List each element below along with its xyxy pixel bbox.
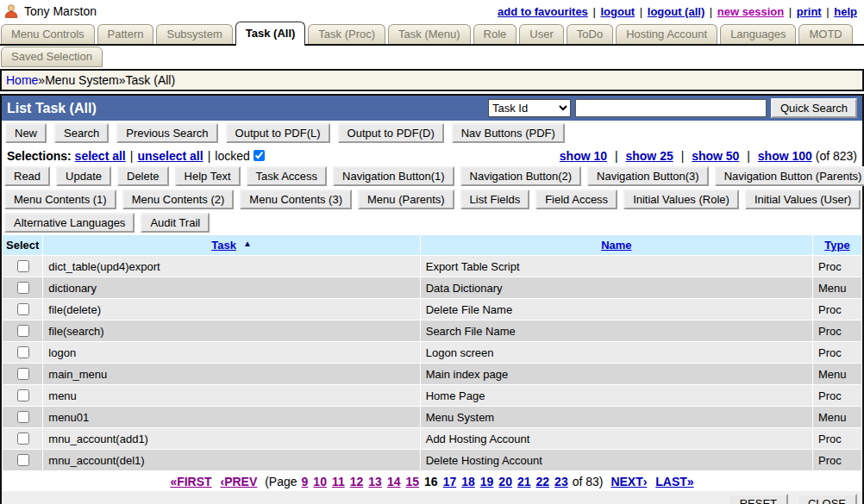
quick-search-input[interactable] (575, 99, 767, 117)
row-select-checkbox[interactable] (17, 432, 29, 445)
row-select-checkbox[interactable] (17, 346, 29, 358)
task-sort-link[interactable]: Task (211, 239, 236, 252)
page-link-10[interactable]: 10 (313, 475, 327, 488)
type-cell: Proc (813, 256, 861, 277)
row-select-checkbox[interactable] (17, 282, 29, 294)
initial-values-role-button[interactable]: Initial Values (Role) (623, 190, 739, 209)
name-cell: Data Dictionary (421, 277, 812, 298)
show-25-link[interactable]: show 25 (625, 149, 673, 163)
tab-todo[interactable]: ToDo (567, 24, 613, 44)
previous-search-button[interactable]: Previous Search (116, 123, 217, 143)
pagination-suffix: of 83) (573, 475, 604, 488)
navigation-button-parents-button[interactable]: Navigation Button (Parents) (715, 166, 864, 186)
delete-button[interactable]: Delete (117, 166, 169, 186)
initial-values-user-button[interactable]: Initial Values (User) (745, 190, 861, 209)
nav-buttons-pdf-button[interactable]: Nav Buttons (PDF) (452, 123, 565, 143)
page-link-22[interactable]: 22 (536, 475, 550, 488)
tab-user[interactable]: User (519, 24, 563, 44)
help-text-button[interactable]: Help Text (175, 166, 241, 186)
page-link-18[interactable]: 18 (461, 475, 475, 488)
page-link-15[interactable]: 15 (405, 475, 419, 488)
link-print[interactable]: print (797, 5, 822, 18)
name-sort-link[interactable]: Name (601, 239, 631, 252)
tab-subsystem[interactable]: Subsystem (156, 24, 232, 44)
title-bar: List Task (All) Task Id Quick Search (2, 96, 862, 121)
table-row: dictionary Data Dictionary Menu (3, 277, 861, 298)
first-page-link[interactable]: «FIRST (170, 475, 211, 488)
page-link-17[interactable]: 17 (443, 475, 457, 488)
page-link-11[interactable]: 11 (332, 475, 345, 488)
page-link-19[interactable]: 19 (480, 475, 494, 488)
quick-search-field-select[interactable]: Task Id (488, 99, 571, 117)
prev-page-link[interactable]: ‹PREV (221, 475, 258, 488)
menu-contents-1-button[interactable]: Menu Contents (1) (4, 190, 116, 209)
search-button[interactable]: Search (54, 123, 109, 143)
tab-hosting-account[interactable]: Hosting Account (616, 24, 717, 44)
page-link-13[interactable]: 13 (368, 475, 382, 488)
output-pdf-l-button[interactable]: Output to PDF(L) (226, 123, 330, 143)
select-all-link[interactable]: select all (75, 149, 126, 163)
audit-trail-button[interactable]: Audit Trail (141, 213, 210, 233)
quick-search-button[interactable]: Quick Search (771, 98, 857, 118)
menu-contents-2-button[interactable]: Menu Contents (2) (122, 190, 235, 209)
tab-task-proc[interactable]: Task (Proc) (308, 24, 385, 44)
task-access-button[interactable]: Task Access (247, 166, 328, 186)
tab-saved-selection[interactable]: Saved Selection (1, 47, 103, 67)
next-page-link[interactable]: NEXT› (610, 475, 647, 488)
update-button[interactable]: Update (56, 166, 111, 186)
menu-contents-3-button[interactable]: Menu Contents (3) (240, 190, 352, 209)
link-help[interactable]: help (834, 5, 857, 18)
page-link-12[interactable]: 12 (350, 475, 364, 488)
row-select-checkbox[interactable] (17, 411, 29, 423)
show-50-link[interactable]: show 50 (692, 149, 739, 163)
tab-pattern[interactable]: Pattern (97, 24, 154, 44)
tab-task-menu[interactable]: Task (Menu) (388, 24, 471, 44)
unselect-all-link[interactable]: unselect all (137, 149, 203, 163)
table-row: logon Logon screen Proc (3, 342, 861, 363)
tab-motd[interactable]: MOTD (798, 24, 852, 44)
last-page-link[interactable]: LAST» (655, 475, 693, 488)
breadcrumb-home[interactable]: Home (6, 73, 38, 87)
tab-menu-controls[interactable]: Menu Controls (1, 24, 95, 44)
row-select-checkbox[interactable] (17, 454, 29, 466)
main-tab-bar: Menu Controls Pattern Subsystem Task (Al… (0, 21, 864, 46)
show-10-link[interactable]: show 10 (560, 149, 607, 163)
locked-checkbox[interactable] (254, 150, 265, 161)
row-select-checkbox[interactable] (17, 368, 29, 380)
close-button[interactable]: CLOSE (797, 494, 857, 504)
page-link-21[interactable]: 21 (517, 475, 531, 488)
page-link-14[interactable]: 14 (387, 475, 401, 488)
field-access-button[interactable]: Field Access (535, 190, 617, 209)
row-select-checkbox[interactable] (17, 303, 29, 315)
page-link-9[interactable]: 9 (302, 475, 309, 488)
row-select-checkbox[interactable] (17, 325, 29, 337)
navigation-button-2-button[interactable]: Navigation Button(2) (460, 166, 582, 186)
row-select-checkbox[interactable] (17, 389, 29, 401)
type-cell: Proc (813, 428, 861, 449)
read-button[interactable]: Read (4, 166, 50, 186)
task-cell: file(search) (43, 320, 419, 341)
new-button[interactable]: New (5, 123, 47, 143)
alternative-languages-button[interactable]: Alternative Languages (4, 213, 135, 233)
link-add-to-favourites[interactable]: add to favourites (498, 5, 588, 18)
tab-role[interactable]: Role (473, 24, 517, 44)
table-row: file(search) Search File Name Proc (3, 320, 861, 341)
tab-task-all[interactable]: Task (All) (235, 22, 306, 46)
show-100-link[interactable]: show 100 (758, 149, 812, 163)
link-logout[interactable]: logout (600, 5, 635, 18)
breadcrumb: Home»Menu System»Task (All) (0, 69, 864, 91)
link-logout-all[interactable]: logout (all) (648, 5, 704, 18)
reset-button[interactable]: RESET (728, 494, 788, 504)
type-sort-link[interactable]: Type (824, 239, 849, 252)
row-select-checkbox[interactable] (17, 260, 29, 272)
menu-parents-button[interactable]: Menu (Parents) (358, 190, 454, 209)
page-link-23[interactable]: 23 (554, 475, 568, 488)
navigation-button-1-button[interactable]: Navigation Button(1) (333, 166, 454, 186)
tab-languages[interactable]: Languages (720, 24, 796, 44)
table-row: mnu_account(add1) Add Hosting Account Pr… (3, 428, 861, 449)
output-pdf-d-button[interactable]: Output to PDF(D) (338, 123, 444, 143)
list-fields-button[interactable]: List Fields (460, 190, 530, 209)
link-new-session[interactable]: new session (717, 5, 784, 18)
navigation-button-3-button[interactable]: Navigation Button(3) (587, 166, 709, 186)
page-link-20[interactable]: 20 (498, 475, 512, 488)
